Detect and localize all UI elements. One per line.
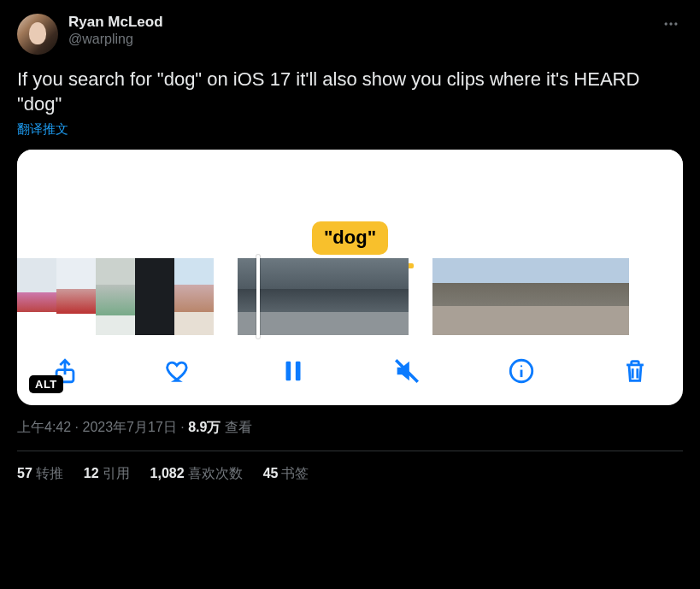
more-button[interactable]	[659, 14, 683, 38]
thumbnail[interactable]	[590, 258, 629, 335]
likes-label: 喜欢次数	[188, 466, 243, 480]
clip-group-3[interactable]	[432, 258, 629, 335]
tweet-header: Ryan McLeod @warpling	[17, 14, 683, 55]
info-icon	[507, 356, 536, 386]
thumbnail[interactable]	[366, 258, 409, 335]
clip-group-2[interactable]	[238, 258, 409, 335]
likes-stat[interactable]: 1,082喜欢次数	[150, 465, 243, 483]
media-card[interactable]: "dog"	[17, 150, 683, 405]
retweets-label: 转推	[36, 466, 63, 480]
user-column: Ryan McLeod @warpling	[68, 14, 163, 48]
media-toolbar	[17, 335, 683, 400]
thumbnail[interactable]	[17, 258, 56, 335]
thumbnail[interactable]	[96, 258, 135, 335]
display-name[interactable]: Ryan McLeod	[68, 14, 163, 31]
info-button[interactable]	[504, 354, 538, 388]
tweet-text: If you search for "dog" on iOS 17 it'll …	[17, 67, 683, 116]
bookmarks-label: 书签	[281, 466, 309, 480]
divider	[17, 451, 683, 451]
bookmarks-stat[interactable]: 45书签	[263, 465, 309, 483]
avatar[interactable]	[17, 14, 58, 55]
thumbnail[interactable]	[174, 258, 214, 335]
meta-time[interactable]: 上午4:42	[17, 420, 71, 434]
thumbnail[interactable]	[323, 258, 366, 335]
delete-button[interactable]	[618, 354, 652, 388]
svg-point-9	[520, 365, 521, 367]
thumbnail[interactable]	[56, 258, 96, 335]
thumbnail[interactable]	[550, 258, 590, 335]
tweet-stats: 57转推 12引用 1,082喜欢次数 45书签	[17, 465, 683, 483]
pause-button[interactable]	[276, 354, 310, 388]
speaker-muted-icon	[392, 356, 421, 386]
quotes-stat[interactable]: 12引用	[84, 465, 130, 483]
retweets-stat[interactable]: 57转推	[17, 465, 63, 483]
translate-link[interactable]: 翻译推文	[17, 121, 68, 138]
like-button[interactable]	[162, 354, 196, 388]
svg-point-1	[669, 22, 672, 25]
svg-rect-4	[285, 362, 291, 381]
thumbnail[interactable]	[472, 258, 511, 335]
heart-icon	[164, 356, 193, 386]
trash-icon	[621, 356, 650, 386]
tweet-container: Ryan McLeod @warpling If you search for …	[0, 0, 700, 497]
bookmarks-count: 45	[263, 466, 279, 480]
thumbnail[interactable]	[432, 258, 472, 335]
playhead[interactable]	[256, 255, 260, 339]
views-count[interactable]: 8.9万	[188, 420, 221, 434]
quotes-count: 12	[84, 466, 99, 480]
retweets-count: 57	[17, 466, 32, 480]
media-whitespace	[17, 150, 683, 221]
mute-button[interactable]	[390, 354, 424, 388]
svg-rect-5	[296, 362, 301, 381]
bubble-text: "dog"	[324, 227, 376, 248]
more-icon	[662, 15, 679, 32]
likes-count: 1,082	[150, 466, 185, 480]
thumbnail[interactable]	[280, 258, 323, 335]
alt-badge[interactable]: ALT	[29, 375, 63, 393]
svg-point-0	[665, 22, 668, 25]
tweet-meta: 上午4:42 · 2023年7月17日 · 8.9万 查看	[17, 419, 683, 437]
thumbnail[interactable]	[135, 258, 174, 335]
video-strip[interactable]	[17, 258, 683, 335]
search-bubble: "dog"	[312, 221, 388, 255]
quotes-label: 引用	[103, 466, 130, 480]
thumbnail[interactable]	[511, 258, 550, 335]
svg-point-2	[674, 22, 677, 25]
bubble-row: "dog"	[17, 221, 683, 258]
clip-group-1[interactable]	[17, 258, 214, 335]
meta-date[interactable]: 2023年7月17日	[82, 420, 176, 434]
pause-icon	[279, 356, 308, 386]
user-handle[interactable]: @warpling	[68, 31, 163, 48]
views-label: 查看	[225, 420, 252, 434]
